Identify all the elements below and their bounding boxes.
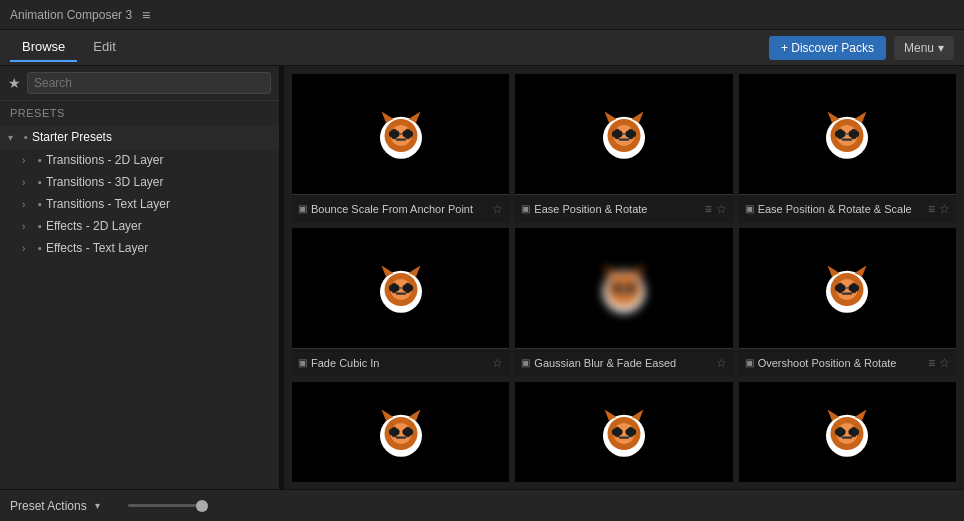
fox-preview-image: [594, 104, 654, 164]
more-menu-icon[interactable]: ≡: [928, 202, 935, 216]
card-title-area: ▣ Fade Cubic In: [298, 357, 492, 369]
star-icon[interactable]: ☆: [939, 202, 950, 216]
item-label: Effects - 2D Layer: [46, 219, 142, 233]
preset-card-fade-cubic-in[interactable]: ▣ Fade Cubic In ☆: [292, 228, 509, 376]
more-menu-icon[interactable]: ≡: [928, 356, 935, 370]
card-footer-ease-scale: ▣ Ease Position & Rotate & Scale ≡ ☆: [739, 194, 956, 222]
tree-item-transitions-2d[interactable]: › ▪ Transitions - 2D Layer: [14, 149, 279, 171]
presets-label: Presets: [0, 101, 279, 125]
fox-preview-image: [817, 402, 877, 462]
folder-icon: ▪: [38, 154, 42, 166]
star-icon[interactable]: ☆: [716, 202, 727, 216]
app-title: Animation Composer 3: [10, 8, 132, 22]
preview-bounce-scale: [292, 74, 509, 194]
main-content: ★ Presets ▾ ▪ Starter Presets › ▪ Transi…: [0, 66, 964, 489]
tab-edit[interactable]: Edit: [81, 33, 127, 62]
svg-rect-95: [625, 429, 636, 435]
star-icon[interactable]: ☆: [492, 356, 503, 370]
card-title: Overshoot Position & Rotate: [758, 357, 897, 369]
preset-card-ease-position-rotate-scale[interactable]: ▣ Ease Position & Rotate & Scale ≡ ☆: [739, 74, 956, 222]
item-label: Effects - Text Layer: [46, 241, 148, 255]
svg-rect-34: [835, 131, 846, 137]
svg-rect-84: [389, 429, 400, 435]
more-menu-icon[interactable]: ≡: [705, 202, 712, 216]
root-chevron-icon: ▾: [8, 132, 20, 143]
tree-item-effects-2d[interactable]: › ▪ Effects - 2D Layer: [14, 215, 279, 237]
svg-rect-21: [612, 131, 623, 137]
title-bar: Animation Composer 3 ≡: [0, 0, 964, 30]
preset-card-gaussian-blur[interactable]: ▣ Gaussian Blur & Fade Eased ☆: [515, 228, 732, 376]
svg-rect-20: [619, 139, 630, 141]
fox-preview-image: [371, 104, 431, 164]
menu-button[interactable]: Menu ▾: [894, 36, 954, 60]
svg-rect-7: [395, 139, 406, 141]
svg-rect-35: [849, 131, 860, 137]
folder-icon: ▪: [38, 176, 42, 188]
svg-rect-22: [625, 131, 636, 137]
star-icon[interactable]: ☆: [716, 356, 727, 370]
folder-icon: ▪: [38, 220, 42, 232]
item-label: Transitions - Text Layer: [46, 197, 170, 211]
file-tree: ▾ ▪ Starter Presets › ▪ Transitions - 2D…: [0, 125, 279, 489]
menu-chevron-icon: ▾: [938, 41, 944, 55]
svg-rect-33: [842, 139, 853, 141]
card-footer-fade-cubic: ▣ Fade Cubic In ☆: [292, 348, 509, 376]
favorite-filter-icon[interactable]: ★: [8, 75, 21, 91]
svg-rect-85: [402, 429, 413, 435]
star-icon[interactable]: ☆: [939, 356, 950, 370]
preview-row3-1: [292, 382, 509, 482]
card-title: Fade Cubic In: [311, 357, 379, 369]
preset-card-row3-1[interactable]: [292, 382, 509, 482]
preview-overshoot: [739, 228, 956, 348]
folder-icon: ▪: [38, 198, 42, 210]
preset-card-row3-2[interactable]: [515, 382, 732, 482]
tree-item-transitions-3d[interactable]: › ▪ Transitions - 3D Layer: [14, 171, 279, 193]
card-title-area: ▣ Gaussian Blur & Fade Eased: [521, 357, 715, 369]
zoom-slider-thumb[interactable]: [196, 500, 208, 512]
card-title-area: ▣ Overshoot Position & Rotate: [745, 357, 928, 369]
chevron-icon: ›: [22, 221, 34, 232]
tree-item-transitions-text[interactable]: › ▪ Transitions - Text Layer: [14, 193, 279, 215]
card-title-area: ▣ Ease Position & Rotate: [521, 203, 704, 215]
clip-icon: ▣: [745, 357, 754, 368]
chevron-icon: ›: [22, 243, 34, 254]
tree-root-starter-presets[interactable]: ▾ ▪ Starter Presets: [0, 125, 279, 149]
star-icon[interactable]: ☆: [492, 202, 503, 216]
preset-card-overshoot-position[interactable]: ▣ Overshoot Position & Rotate ≡ ☆: [739, 228, 956, 376]
svg-rect-93: [619, 437, 630, 439]
sidebar: ★ Presets ▾ ▪ Starter Presets › ▪ Transi…: [0, 66, 280, 489]
tree-children: › ▪ Transitions - 2D Layer › ▪ Transitio…: [0, 149, 279, 259]
nav-tabs: Browse Edit: [10, 33, 128, 62]
svg-rect-104: [835, 429, 846, 435]
tree-item-effects-text[interactable]: › ▪ Effects - Text Layer: [14, 237, 279, 259]
svg-rect-61: [625, 285, 636, 291]
svg-rect-105: [849, 429, 860, 435]
fox-preview-image: [817, 104, 877, 164]
card-title-area: ▣ Ease Position & Rotate & Scale: [745, 203, 928, 215]
card-title: Bounce Scale From Anchor Point: [311, 203, 473, 215]
item-label: Transitions - 3D Layer: [46, 175, 164, 189]
card-actions: ☆: [492, 356, 503, 370]
preset-card-row3-3[interactable]: [739, 382, 956, 482]
svg-rect-60: [612, 285, 623, 291]
svg-rect-59: [619, 293, 630, 295]
svg-rect-48: [402, 285, 413, 291]
preset-actions-chevron-icon[interactable]: ▾: [95, 500, 100, 511]
title-menu-icon[interactable]: ≡: [142, 7, 150, 23]
tab-browse[interactable]: Browse: [10, 33, 77, 62]
preset-card-bounce-scale[interactable]: ▣ Bounce Scale From Anchor Point ☆: [292, 74, 509, 222]
search-input[interactable]: [27, 72, 271, 94]
svg-rect-74: [849, 285, 860, 291]
chevron-icon: ›: [22, 155, 34, 166]
card-footer-overshoot: ▣ Overshoot Position & Rotate ≡ ☆: [739, 348, 956, 376]
grid-row-2: ▣ Fade Cubic In ☆: [292, 228, 956, 376]
menu-btn-label: Menu: [904, 41, 934, 55]
nav-bar: Browse Edit + Discover Packs Menu ▾: [0, 30, 964, 66]
discover-packs-button[interactable]: + Discover Packs: [769, 36, 886, 60]
root-folder-icon: ▪: [24, 131, 28, 143]
card-title-area: ▣ Bounce Scale From Anchor Point: [298, 203, 492, 215]
zoom-slider-track: [128, 504, 208, 507]
svg-rect-9: [402, 131, 413, 137]
svg-rect-83: [395, 437, 406, 439]
preset-card-ease-position-rotate[interactable]: ▣ Ease Position & Rotate ≡ ☆: [515, 74, 732, 222]
